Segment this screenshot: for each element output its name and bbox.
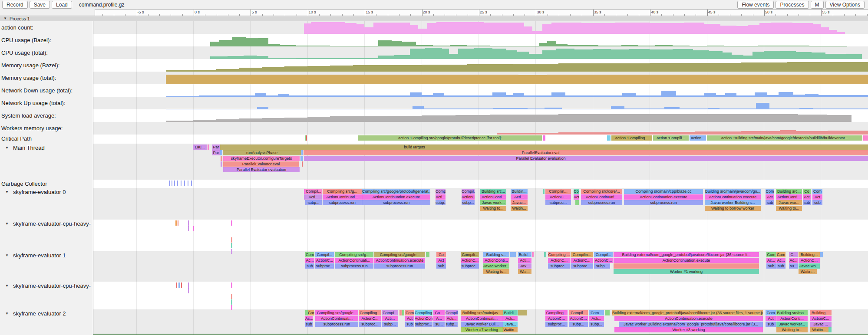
trace-event-block[interactable]: Javac ... [810, 322, 832, 327]
trace-event-block[interactable]: action... [690, 135, 706, 141]
trace-event-block[interactable]: subprocess.run [581, 200, 622, 205]
trace-event-block[interactable]: Compil... [462, 189, 475, 194]
trace-event-block[interactable]: ActionC... [359, 316, 381, 321]
trace-event-block[interactable] [193, 226, 194, 231]
track-label-skyframe-evaluator-1[interactable]: ▼skyframe-evaluator 1 [1, 252, 66, 259]
trace-event-block[interactable]: action 'Building src/main/java/com/googl… [707, 135, 862, 141]
trace-event-block[interactable] [231, 249, 232, 254]
trace-event-block[interactable]: Com [776, 252, 785, 257]
trace-event-block[interactable]: subp... [569, 322, 588, 327]
trace-event-block[interactable]: su... [433, 322, 445, 327]
trace-event-block[interactable] [231, 305, 232, 310]
trace-event-block[interactable]: ActionContinuati... [335, 258, 373, 263]
trace-event-block[interactable]: ActionContinuation.execute [614, 258, 759, 263]
trace-event-block[interactable]: Jav... [518, 263, 531, 269]
trace-event-block[interactable]: subprocess.run [374, 263, 425, 269]
trace-event-block[interactable] [426, 252, 429, 257]
trace-event-block[interactable]: sub [305, 322, 313, 327]
trace-event-block[interactable]: Waitin... [810, 327, 828, 332]
trace-event-block[interactable]: ActionConti... [776, 316, 808, 321]
trace-event-block[interactable]: Compiling src/google... [374, 252, 425, 257]
trace-event-block[interactable]: subproc... [359, 322, 381, 327]
trace-event-block[interactable] [575, 200, 579, 205]
trace-event-block[interactable]: Co [574, 189, 579, 194]
trace-event-block[interactable] [301, 150, 303, 155]
trace-event-block[interactable] [543, 189, 545, 194]
trace-event-block[interactable]: ActionContinuation.execute [624, 194, 703, 200]
trace-event-block[interactable]: Javac wo... [799, 263, 820, 269]
trace-event-block[interactable]: subproc... [545, 200, 571, 205]
trace-event-block[interactable]: Building external/com_google_protobuf/ja… [612, 310, 763, 315]
trace-event-block[interactable]: Par [212, 145, 220, 150]
trace-event-block[interactable]: action 'Compiling... [611, 135, 652, 141]
trace-event-block[interactable]: Worker #3 working [614, 327, 763, 332]
trace-event-block[interactable]: Acti... [436, 194, 446, 200]
trace-event-block[interactable]: Compiling src/main/cpp/blaze.cc [624, 189, 703, 194]
track-label-skyframe-evaluator-cpu-heavy-2[interactable]: ▼skyframe-evaluator-cpu-heavy- [1, 282, 91, 289]
trace-event-block[interactable]: Acti... [518, 258, 531, 263]
trace-event-block[interactable]: ActionC... [799, 258, 820, 263]
trace-event-block[interactable] [176, 282, 177, 288]
trace-event-block[interactable] [402, 310, 404, 315]
trace-event-block[interactable]: Waiting to... [483, 269, 509, 274]
trace-event-block[interactable]: Waiting to... [480, 206, 506, 211]
trace-event-block[interactable]: skyframeExecutor.configureTargets [223, 156, 300, 161]
trace-event-block[interactable]: Building src/ma... [776, 310, 808, 315]
trace-event-block[interactable]: Acti... [503, 316, 518, 321]
trace-event-block[interactable]: Compiling ... [415, 310, 432, 315]
trace-event-block[interactable]: sub [436, 263, 446, 269]
trace-event-block[interactable]: Ac... [305, 316, 313, 321]
trace-event-block[interactable]: subprocess.run [323, 200, 362, 205]
collapse-triangle-icon[interactable]: ▼ [5, 222, 9, 226]
trace-event-block[interactable] [181, 282, 182, 288]
trace-event-block[interactable]: Ac... [789, 258, 798, 263]
trace-event-block[interactable]: Act [812, 194, 822, 200]
trace-event-block[interactable]: Acti... [446, 316, 458, 321]
trace-event-block[interactable]: Ac... [766, 258, 776, 263]
trace-event-block[interactable] [305, 135, 306, 141]
trace-event-block[interactable]: Acti... [511, 194, 528, 200]
trace-event-block[interactable]: Javac worker Building external/com_googl… [619, 322, 763, 327]
trace-event-block[interactable]: Ac... [776, 258, 785, 263]
timeline-ruler[interactable]: -5 s0 s5 s10 s15 s20 s25 s30 s35 s40 s45… [95, 9, 868, 16]
trace-event-block[interactable]: ActionC... [594, 258, 613, 263]
trace-event-block[interactable]: Acti... [382, 316, 398, 321]
trace-event-block[interactable]: Com [308, 310, 314, 315]
trace-event-block[interactable]: subp... [462, 200, 475, 205]
counter-chart-8[interactable] [93, 109, 868, 122]
trace-event-block[interactable] [231, 294, 232, 299]
collapse-triangle-icon[interactable]: ▼ [5, 190, 9, 194]
trace-event-block[interactable]: Build... [518, 252, 531, 257]
trace-event-block[interactable]: Compilin... [545, 189, 571, 194]
trace-event-block[interactable]: Parallel Evaluator evaluation [304, 156, 868, 161]
trace-event-block[interactable]: Com... [589, 310, 604, 315]
counter-chart-6[interactable] [93, 84, 868, 97]
trace-event-block[interactable]: Parallel Evaluator evaluation [223, 167, 300, 172]
trace-event-block[interactable]: Javac worker Buil... [461, 322, 503, 327]
trace-event-block[interactable]: Waiting to... [776, 206, 802, 211]
trace-event-block[interactable] [231, 243, 232, 248]
trace-event-block[interactable]: ActionConti... [415, 316, 432, 321]
trace-event-block[interactable]: Building src... [480, 189, 506, 194]
trace-event-block[interactable]: subproc... [415, 322, 432, 327]
collapse-triangle-icon[interactable]: ▼ [5, 284, 9, 288]
trace-event-block[interactable]: ParallelEvaluator.eval [304, 150, 868, 155]
trace-event-block[interactable]: subproc... [571, 263, 593, 269]
trace-event-block[interactable]: sub [766, 263, 776, 269]
trace-event-block[interactable] [607, 135, 611, 141]
trace-event-block[interactable]: subp... [446, 322, 458, 327]
trace-event-block[interactable]: Compil... [315, 252, 334, 257]
trace-event-block[interactable]: Compil... [446, 310, 458, 315]
button-record[interactable]: Record [2, 1, 28, 9]
trace-event-block[interactable]: Waiting to... [776, 327, 808, 332]
trace-event-block[interactable]: Building src/main/java/com/go... [705, 189, 761, 194]
trace-event-block[interactable]: Acti... [305, 194, 322, 200]
trace-event-block[interactable]: Buildin... [511, 189, 528, 194]
trace-event-block[interactable] [221, 156, 222, 161]
trace-event-block[interactable]: Act [766, 194, 774, 200]
trace-event-block[interactable]: Compil... [569, 310, 588, 315]
trace-event-block[interactable]: Compilin... [571, 252, 593, 257]
trace-event-block[interactable]: Compil... [305, 189, 322, 194]
trace-event-block[interactable]: Act [803, 194, 811, 200]
trace-event-block[interactable] [169, 181, 170, 186]
